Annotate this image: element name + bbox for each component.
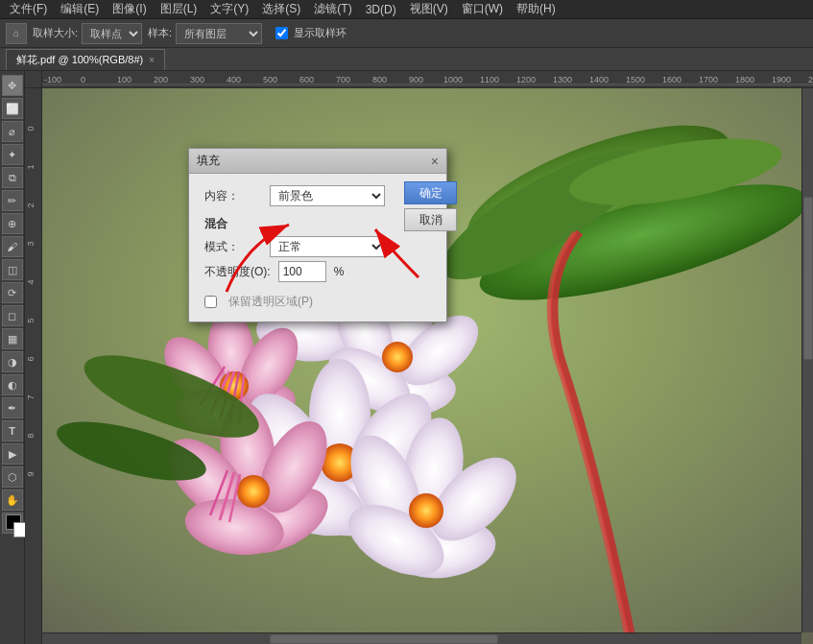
tab-bar: 鲜花.pdf @ 100%(RGB/8#) × [0, 48, 813, 71]
content-select[interactable]: 前景色 背景色 颜色... 内容识别 图案 历史记录 黑色 50%灰色 白色 [270, 185, 385, 206]
svg-text:8: 8 [26, 433, 36, 438]
lasso-tool[interactable]: ⌀ [2, 121, 23, 142]
svg-text:600: 600 [299, 75, 314, 84]
menu-bar: 文件(F) 编辑(E) 图像(I) 图层(L) 文字(Y) 选择(S) 滤镜(T… [0, 0, 813, 19]
tool-size-label: 取样大小: [33, 26, 78, 40]
svg-text:200: 200 [154, 75, 168, 84]
svg-text:1700: 1700 [699, 75, 718, 84]
svg-text:0: 0 [26, 126, 36, 131]
clone-tool[interactable]: ◫ [2, 259, 23, 280]
menu-help[interactable]: 帮助(H) [511, 0, 562, 19]
svg-text:2000: 2000 [808, 75, 813, 84]
svg-point-69 [237, 475, 270, 508]
pen-tool[interactable]: ✒ [2, 397, 23, 418]
canvas-area: // Generated inline - just draw some rep… [25, 71, 813, 644]
opacity-label: 不透明度(O): [204, 264, 271, 280]
svg-text:1800: 1800 [735, 75, 754, 84]
svg-text:900: 900 [409, 75, 423, 84]
sample-label: 样本: [148, 26, 172, 40]
brush-tool[interactable]: 🖌 [2, 236, 23, 257]
show-ring-label: 显示取样环 [294, 26, 347, 40]
menu-image[interactable]: 图像(I) [107, 0, 152, 19]
magic-wand-tool[interactable]: ✦ [2, 144, 23, 165]
svg-text:1600: 1600 [662, 75, 681, 84]
left-toolbar: ✥ ⬜ ⌀ ✦ ⧉ ✏ ⊕ 🖌 ◫ ⟳ ◻ ▦ ◑ ◐ ✒ T ▶ ⬡ ✋ 🔍 [0, 71, 25, 644]
tab-close-button[interactable]: × [149, 55, 155, 65]
menu-3d[interactable]: 3D(D) [360, 1, 402, 18]
eyedropper-tool[interactable]: ✏ [2, 190, 23, 211]
tab-name: 鲜花.pdf @ 100%(RGB/8#) [16, 53, 143, 67]
show-ring-checkbox[interactable] [275, 27, 288, 39]
svg-point-75 [409, 493, 443, 528]
menu-view[interactable]: 视图(V) [404, 0, 454, 19]
main-area: ✥ ⬜ ⌀ ✦ ⧉ ✏ ⊕ 🖌 ◫ ⟳ ◻ ▦ ◑ ◐ ✒ T ▶ ⬡ ✋ 🔍 [0, 71, 813, 644]
svg-point-57 [382, 342, 413, 372]
svg-text:7: 7 [26, 394, 36, 399]
svg-text:2: 2 [26, 203, 36, 207]
mode-label: 模式： [204, 239, 262, 255]
svg-text:-100: -100 [44, 75, 61, 84]
menu-filter[interactable]: 滤镜(T) [308, 0, 357, 19]
heal-tool[interactable]: ⊕ [2, 213, 23, 234]
crop-tool[interactable]: ⧉ [2, 167, 23, 188]
hand-tool[interactable]: ✋ [2, 489, 23, 511]
horizontal-scrollbar[interactable] [42, 632, 801, 644]
svg-rect-24 [25, 88, 42, 644]
svg-text:1: 1 [26, 164, 36, 169]
opacity-input[interactable]: 100 [278, 261, 326, 282]
svg-text:100: 100 [117, 75, 132, 84]
mode-select[interactable]: 正常 溶解 变暗 正片叠底 [270, 236, 385, 257]
eraser-tool[interactable]: ◻ [2, 305, 23, 326]
dialog-cancel-button[interactable]: 取消 [404, 208, 457, 231]
menu-text[interactable]: 文字(Y) [204, 0, 254, 19]
dialog-content: 内容： 前景色 背景色 颜色... 内容识别 图案 历史记录 黑色 50%灰色 … [189, 174, 400, 322]
preserve-label: 保留透明区域(P) [228, 294, 313, 310]
svg-text:300: 300 [190, 75, 204, 84]
move-tool[interactable]: ✥ [2, 75, 23, 96]
svg-text:9: 9 [26, 471, 36, 476]
dodge-tool[interactable]: ◐ [2, 374, 23, 395]
color-swatches[interactable] [6, 514, 27, 543]
svg-text:1200: 1200 [516, 75, 536, 84]
menu-file[interactable]: 文件(F) [4, 0, 53, 19]
blur-tool[interactable]: ◑ [2, 351, 23, 372]
dialog-title-text: 填充 [197, 153, 220, 169]
ruler-top: // Generated inline - just draw some rep… [42, 71, 813, 88]
fill-dialog: 填充 × 内容： 前景色 背景色 颜色... 内容识别 图案 [188, 148, 447, 322]
svg-text:1100: 1100 [480, 75, 499, 84]
svg-text:0: 0 [81, 75, 85, 84]
dialog-close-icon[interactable]: × [431, 154, 439, 169]
menu-edit[interactable]: 编辑(E) [55, 0, 105, 19]
path-tool[interactable]: ▶ [2, 443, 23, 465]
v-scrollbar-thumb[interactable] [803, 197, 813, 360]
ruler-left: 0 1 2 3 4 5 6 7 8 9 [25, 88, 42, 644]
dialog-title-bar[interactable]: 填充 × [189, 149, 446, 174]
svg-text:3: 3 [26, 241, 36, 246]
content-label: 内容： [204, 188, 262, 204]
svg-text:5: 5 [26, 318, 36, 322]
menu-window[interactable]: 窗口(W) [456, 0, 509, 19]
tool-home-icon[interactable]: ⌂ [6, 23, 27, 44]
gradient-tool[interactable]: ▦ [2, 328, 23, 349]
svg-text:700: 700 [336, 75, 350, 84]
dialog-ok-button[interactable]: 确定 [404, 181, 457, 204]
h-scrollbar-thumb[interactable] [270, 634, 497, 644]
shape-tool[interactable]: ⬡ [2, 466, 23, 488]
preserve-row: 保留透明区域(P) [204, 294, 385, 310]
blend-section: 混合 模式： 正常 溶解 变暗 正片叠底 [204, 216, 385, 282]
svg-text:1300: 1300 [553, 75, 572, 84]
menu-select[interactable]: 选择(S) [256, 0, 306, 19]
mode-row: 模式： 正常 溶解 变暗 正片叠底 [204, 236, 385, 257]
svg-text:400: 400 [227, 75, 241, 84]
marquee-tool[interactable]: ⬜ [2, 98, 23, 119]
tool-size-select[interactable]: 取样点 [82, 23, 142, 44]
history-tool[interactable]: ⟳ [2, 282, 23, 303]
preserve-checkbox[interactable] [204, 296, 217, 308]
menu-layer[interactable]: 图层(L) [155, 0, 203, 19]
vertical-scrollbar[interactable] [801, 88, 813, 632]
sample-select[interactable]: 所有图层 [176, 23, 262, 44]
svg-text:1900: 1900 [772, 75, 791, 84]
svg-text:4: 4 [26, 279, 36, 284]
document-tab[interactable]: 鲜花.pdf @ 100%(RGB/8#) × [6, 49, 165, 70]
type-tool[interactable]: T [2, 420, 23, 441]
